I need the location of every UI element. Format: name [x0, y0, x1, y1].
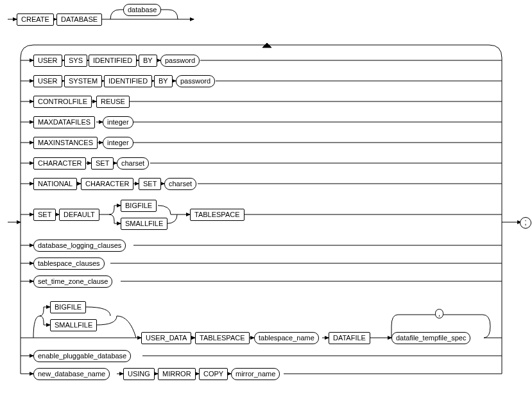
- nt-charset-2: charset: [164, 178, 196, 190]
- nt-integer: integer: [103, 116, 133, 128]
- kw-identified-2: IDENTIFIED: [104, 75, 152, 87]
- kw-user-2: USER: [33, 75, 62, 87]
- kw-set-3: SET: [33, 209, 56, 221]
- kw-character-2: CHARACTER: [81, 178, 133, 190]
- kw-bigfile-2: BIGFILE: [50, 301, 86, 313]
- nt-password: password: [160, 55, 200, 67]
- kw-maxdatafiles: MAXDATAFILES: [33, 116, 95, 128]
- nt-new-database-name: new_database_name: [33, 368, 110, 380]
- kw-tablespace: TABLESPACE: [190, 209, 245, 221]
- nt-set-time-zone-clause: set_time_zone_clause: [33, 275, 112, 288]
- nt-db-logging-clauses: database_logging_clauses: [33, 240, 126, 252]
- kw-user-data: USER_DATA: [141, 332, 191, 344]
- kw-copy: COPY: [199, 368, 228, 380]
- kw-create: CREATE: [17, 13, 54, 26]
- nt-password-2: password: [176, 75, 215, 87]
- kw-identified: IDENTIFIED: [89, 55, 137, 67]
- kw-smallfile-2: SMALLFILE: [50, 319, 97, 331]
- kw-mirror: MIRROR: [158, 368, 196, 380]
- kw-default: DEFAULT: [59, 209, 99, 221]
- kw-by: BY: [139, 55, 157, 67]
- nt-tablespace-clauses: tablespace_clauses: [33, 258, 105, 270]
- nt-enable-pluggable-database: enable_pluggable_database: [33, 350, 131, 362]
- kw-set: SET: [91, 157, 114, 170]
- svg-marker-7: [262, 43, 271, 48]
- kw-by-2: BY: [154, 75, 173, 87]
- kw-bigfile: BIGFILE: [121, 200, 157, 212]
- nt-integer-2: integer: [103, 137, 133, 149]
- kw-set-2: SET: [139, 178, 161, 190]
- kw-national: NATIONAL: [33, 178, 77, 190]
- kw-using: USING: [123, 368, 155, 380]
- loop-separator-comma: ,: [435, 309, 443, 319]
- kw-datafile: DATAFILE: [329, 332, 370, 344]
- nt-mirror-name: mirror_name: [231, 368, 280, 380]
- nt-database-name: database: [123, 4, 161, 16]
- kw-tablespace-2: TABLESPACE: [195, 332, 250, 344]
- nt-tablespace-name: tablespace_name: [254, 332, 319, 344]
- kw-reuse: REUSE: [96, 96, 130, 108]
- kw-smallfile: SMALLFILE: [121, 218, 167, 230]
- kw-sys: SYS: [64, 55, 87, 67]
- terminator-semicolon: ;: [520, 217, 531, 229]
- kw-user: USER: [33, 55, 62, 67]
- railroad-diagram: CREATE DATABASE database USER SYS IDENTI…: [8, 8, 524, 385]
- nt-charset: charset: [117, 157, 149, 170]
- kw-character: CHARACTER: [33, 157, 86, 170]
- nt-datafile-tempfile-spec: datafile_tempfile_spec: [391, 332, 470, 344]
- kw-maxinstances: MAXINSTANCES: [33, 137, 98, 149]
- kw-database: DATABASE: [56, 13, 102, 26]
- kw-system: SYSTEM: [64, 75, 102, 87]
- kw-controlfile: CONTROLFILE: [33, 96, 92, 108]
